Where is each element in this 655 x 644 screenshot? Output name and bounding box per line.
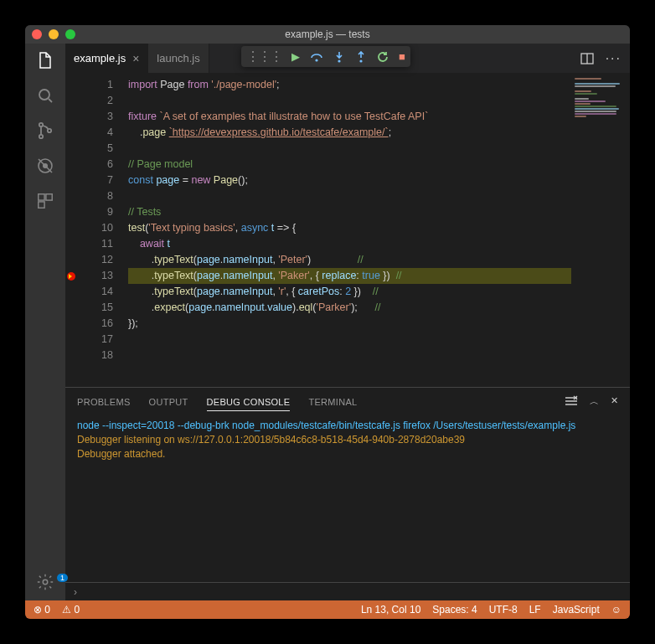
source-control-icon[interactable]	[35, 121, 55, 141]
tab-example-js[interactable]: example.js ×	[65, 44, 148, 73]
more-actions-icon[interactable]: ···	[606, 51, 621, 66]
step-out-icon[interactable]	[355, 51, 367, 63]
close-tab-icon[interactable]: ×	[132, 52, 139, 65]
status-eol[interactable]: LF	[529, 604, 541, 616]
svg-rect-6	[39, 194, 44, 200]
files-icon[interactable]	[35, 50, 55, 70]
step-over-icon[interactable]	[310, 51, 323, 63]
breakpoint-gutter[interactable]	[65, 73, 77, 387]
status-indent[interactable]: Spaces: 4	[432, 604, 477, 616]
svg-point-5	[43, 163, 48, 168]
panel-tab-output[interactable]: OUTPUT	[149, 397, 188, 407]
minimap[interactable]	[571, 73, 630, 387]
status-warnings[interactable]: ⚠ 0	[62, 604, 80, 616]
svg-point-1	[39, 123, 43, 126]
status-encoding[interactable]: UTF-8	[489, 604, 518, 616]
svg-point-2	[39, 135, 43, 138]
svg-rect-8	[39, 202, 44, 208]
line-number-gutter: 123456789101112131415161718	[77, 73, 123, 387]
activity-bar: 1	[25, 44, 65, 600]
status-language[interactable]: JavaScript	[553, 604, 600, 616]
tab-launch-js[interactable]: launch.js	[148, 44, 209, 73]
stop-icon[interactable]: ■	[399, 50, 405, 63]
panel-tab-bar: PROBLEMS OUTPUT DEBUG CONSOLE TERMINAL ︿…	[65, 388, 630, 415]
zoom-window-button[interactable]	[65, 29, 75, 39]
panel-tab-terminal[interactable]: TERMINAL	[308, 397, 357, 407]
traffic-lights	[32, 29, 75, 39]
svg-point-0	[39, 90, 49, 100]
drag-grip-icon[interactable]: ⋮⋮⋮	[246, 49, 281, 64]
search-icon[interactable]	[35, 85, 55, 106]
svg-point-10	[315, 59, 317, 61]
restart-icon[interactable]	[377, 51, 389, 63]
window-title: example.js — tests	[285, 28, 369, 40]
debug-repl-input[interactable]: ›	[65, 582, 630, 600]
svg-point-3	[48, 129, 51, 132]
svg-rect-7	[46, 194, 52, 200]
panel-tab-problems[interactable]: PROBLEMS	[77, 397, 131, 407]
vscode-window: example.js — tests 1 example.js × launch	[25, 25, 630, 619]
debug-toolbar[interactable]: ⋮⋮⋮ ▶ ■	[241, 46, 410, 67]
minimize-window-button[interactable]	[49, 29, 59, 39]
main-area: 1 example.js × launch.js ⋮⋮⋮ ▶	[25, 44, 630, 600]
code-content[interactable]: import Page from './page-model';fixture …	[123, 73, 571, 387]
tab-bar: example.js × launch.js ⋮⋮⋮ ▶ ■	[65, 44, 630, 73]
status-bar: ⊗ 0 ⚠ 0 Ln 13, Col 10 Spaces: 4 UTF-8 LF…	[25, 600, 630, 619]
panel-tab-debug-console[interactable]: DEBUG CONSOLE	[207, 397, 291, 411]
feedback-icon[interactable]: ☺	[611, 604, 621, 616]
tab-label: launch.js	[157, 52, 199, 64]
code-editor[interactable]: 123456789101112131415161718 import Page …	[65, 73, 630, 387]
collapse-panel-icon[interactable]: ︿	[590, 395, 599, 408]
status-errors[interactable]: ⊗ 0	[34, 604, 50, 616]
svg-point-12	[359, 59, 362, 62]
split-editor-icon[interactable]	[580, 52, 594, 65]
continue-icon[interactable]: ▶	[291, 50, 300, 63]
svg-point-11	[338, 59, 340, 62]
status-cursor-position[interactable]: Ln 13, Col 10	[361, 604, 420, 616]
debug-console-output[interactable]: node --inspect=20018 --debug-brk node_mo…	[65, 415, 630, 582]
editor-area: example.js × launch.js ⋮⋮⋮ ▶ ■	[65, 44, 630, 600]
close-window-button[interactable]	[32, 29, 42, 39]
svg-point-9	[43, 580, 48, 585]
settings-badge: 1	[57, 574, 68, 582]
tab-label: example.js	[74, 52, 126, 64]
settings-icon[interactable]: 1	[35, 572, 55, 592]
close-panel-icon[interactable]: ✕	[611, 395, 618, 408]
title-bar: example.js — tests	[25, 25, 630, 44]
debug-icon[interactable]	[35, 156, 55, 176]
breakpoint-marker[interactable]	[67, 272, 75, 281]
clear-console-icon[interactable]	[565, 395, 578, 408]
bottom-panel: PROBLEMS OUTPUT DEBUG CONSOLE TERMINAL ︿…	[65, 387, 630, 600]
step-into-icon[interactable]	[333, 51, 345, 63]
extensions-icon[interactable]	[35, 191, 55, 211]
